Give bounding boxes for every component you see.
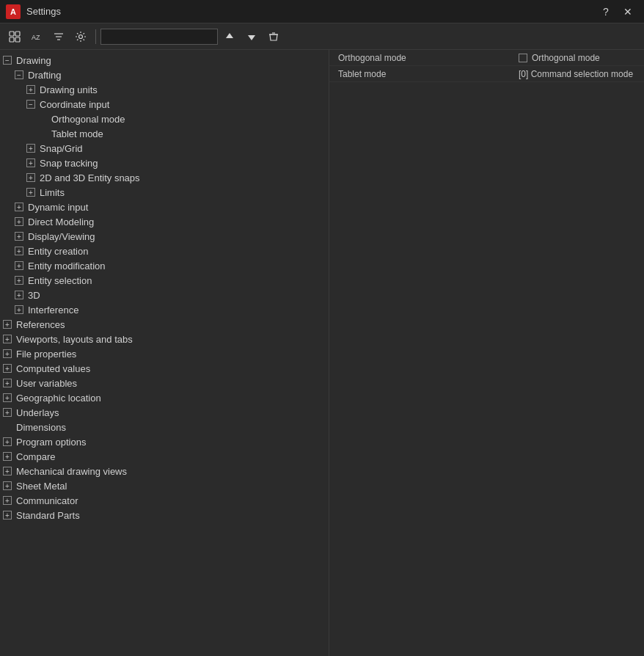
tree-item-label: Direct Modeling bbox=[28, 216, 94, 227]
tablet-label: [0] Command selection mode bbox=[519, 69, 633, 79]
search-input[interactable] bbox=[100, 29, 218, 45]
tree-item-drafting[interactable]: −Drafting bbox=[0, 68, 329, 82]
tree-item-program_options[interactable]: +Program options bbox=[0, 434, 329, 449]
expand-icon[interactable]: + bbox=[3, 452, 12, 461]
expand-icon[interactable]: + bbox=[3, 349, 12, 358]
right-panel: Orthogonal mode Orthogonal mode Tablet m… bbox=[329, 50, 644, 656]
expand-icon[interactable]: + bbox=[3, 364, 12, 373]
app-icon: A bbox=[6, 4, 21, 19]
tree-item-coord_input[interactable]: −Coordinate input bbox=[0, 97, 329, 112]
toolbar-grid-btn[interactable] bbox=[4, 27, 25, 46]
toolbar-down-btn[interactable] bbox=[241, 27, 262, 46]
tree-item-label: Drafting bbox=[28, 70, 62, 81]
tree-item-label: 3D bbox=[28, 290, 40, 301]
tree-item-entity_modification[interactable]: +Entity modification bbox=[0, 258, 329, 273]
tree-item-tablet_mode[interactable]: Tablet mode bbox=[0, 126, 329, 141]
expand-icon[interactable]: + bbox=[3, 393, 12, 402]
toolbar-filter-btn[interactable] bbox=[48, 27, 69, 46]
svg-marker-9 bbox=[226, 33, 233, 38]
tree-item-label: Underlays bbox=[16, 407, 59, 418]
tree-item-dimensions[interactable]: Dimensions bbox=[0, 420, 329, 434]
expand-icon[interactable]: + bbox=[15, 247, 23, 255]
tree-item-user_variables[interactable]: +User variables bbox=[0, 376, 329, 390]
tree-item-viewports_layouts[interactable]: +Viewports, layouts and tabs bbox=[0, 332, 329, 346]
toolbar-sort-btn[interactable]: AZ bbox=[26, 27, 47, 46]
expand-icon[interactable]: + bbox=[3, 496, 12, 505]
toolbar-up-btn[interactable] bbox=[219, 27, 240, 46]
tree-item-snap_grid[interactable]: +Snap/Grid bbox=[0, 141, 329, 156]
expand-icon[interactable]: + bbox=[3, 481, 12, 490]
tree-item-label: Compare bbox=[16, 451, 55, 462]
orthogonal-checkbox[interactable] bbox=[519, 54, 527, 62]
tree-item-label: Display/Viewing bbox=[28, 231, 95, 242]
tree-item-drawing_units[interactable]: +Drawing units bbox=[0, 82, 329, 97]
toolbar-settings-btn[interactable] bbox=[70, 27, 91, 46]
tree-item-sheet_metal[interactable]: +Sheet Metal bbox=[0, 478, 329, 493]
tree-item-label: Program options bbox=[16, 437, 86, 448]
expand-icon[interactable]: + bbox=[3, 511, 12, 520]
window-controls: ? ✕ bbox=[596, 3, 638, 21]
expand-icon[interactable]: + bbox=[3, 437, 12, 446]
tree-item-file_properties[interactable]: +File properties bbox=[0, 346, 329, 361]
tree-item-entity_snaps[interactable]: +2D and 3D Entity snaps bbox=[0, 170, 329, 185]
expand-icon[interactable]: + bbox=[26, 188, 35, 197]
expand-icon[interactable]: + bbox=[26, 85, 35, 94]
toolbar-clear-btn[interactable] bbox=[263, 27, 284, 46]
tree-item-display_viewing[interactable]: +Display/Viewing bbox=[0, 229, 329, 244]
settings-row-tablet: Tablet mode [0] Command selection mode bbox=[329, 66, 644, 82]
expand-icon[interactable]: + bbox=[26, 173, 35, 182]
tree-item-label: Computed values bbox=[16, 363, 90, 374]
tree-item-dynamic_input[interactable]: +Dynamic input bbox=[0, 200, 329, 214]
tree-item-label: Sheet Metal bbox=[16, 481, 67, 492]
expand-icon[interactable]: + bbox=[15, 291, 23, 299]
tree-item-compare[interactable]: +Compare bbox=[0, 449, 329, 464]
expand-icon[interactable]: + bbox=[3, 320, 12, 329]
tree-item-direct_modeling[interactable]: +Direct Modeling bbox=[0, 214, 329, 229]
tree-item-label: Entity selection bbox=[28, 275, 92, 286]
expand-icon[interactable]: + bbox=[3, 335, 12, 343]
expand-icon[interactable]: + bbox=[3, 467, 12, 475]
tree-item-interference[interactable]: +Interference bbox=[0, 302, 329, 317]
tree-item-limits[interactable]: +Limits bbox=[0, 185, 329, 200]
tree-item-label: Mechanical drawing views bbox=[16, 466, 127, 477]
settings-key-tablet: Tablet mode bbox=[335, 69, 519, 79]
expand-icon[interactable]: + bbox=[26, 144, 35, 153]
tree-item-label: Communicator bbox=[16, 495, 78, 506]
tree-item-references[interactable]: +References bbox=[0, 317, 329, 332]
tree-item-orthogonal_mode[interactable]: Orthogonal mode bbox=[0, 112, 329, 126]
collapse-icon[interactable]: − bbox=[15, 70, 23, 79]
tree-item-geographic_location[interactable]: +Geographic location bbox=[0, 390, 329, 405]
settings-key-orthogonal: Orthogonal mode bbox=[335, 53, 519, 63]
expand-icon[interactable]: + bbox=[15, 203, 23, 211]
tree-item-underlays[interactable]: +Underlays bbox=[0, 405, 329, 420]
svg-text:AZ: AZ bbox=[32, 34, 40, 41]
expand-icon[interactable]: + bbox=[15, 261, 23, 270]
tree-item-label: Entity creation bbox=[28, 246, 88, 257]
expand-icon[interactable]: + bbox=[26, 158, 35, 167]
collapse-icon[interactable]: − bbox=[26, 100, 35, 109]
tree-item-label: Orthogonal mode bbox=[51, 114, 125, 125]
tree-item-entity_creation[interactable]: +Entity creation bbox=[0, 244, 329, 258]
help-button[interactable]: ? bbox=[596, 3, 616, 21]
collapse-icon[interactable]: − bbox=[3, 56, 12, 65]
expand-icon[interactable]: + bbox=[3, 408, 12, 417]
expand-icon[interactable]: + bbox=[15, 217, 23, 226]
tree-item-communicator[interactable]: +Communicator bbox=[0, 493, 329, 508]
expand-icon[interactable]: + bbox=[15, 305, 23, 314]
tree-item-label: User variables bbox=[16, 378, 77, 389]
tree-item-label: Standard Parts bbox=[16, 510, 80, 521]
tree-item-computed_values[interactable]: +Computed values bbox=[0, 361, 329, 376]
close-button[interactable]: ✕ bbox=[618, 3, 638, 21]
tree-item-entity_selection[interactable]: +Entity selection bbox=[0, 273, 329, 288]
tree-item-label: Limits bbox=[40, 187, 65, 198]
expand-icon[interactable]: + bbox=[15, 232, 23, 241]
tree-item-mechanical_drawing[interactable]: +Mechanical drawing views bbox=[0, 464, 329, 478]
tree-item-drawing[interactable]: −Drawing bbox=[0, 53, 329, 68]
tree-panel[interactable]: −Drawing−Drafting+Drawing units−Coordina… bbox=[0, 50, 329, 656]
expand-icon[interactable]: + bbox=[3, 379, 12, 387]
expand-icon[interactable]: + bbox=[15, 276, 23, 285]
tree-item-snap_tracking[interactable]: +Snap tracking bbox=[0, 156, 329, 170]
tree-item-label: Geographic location bbox=[16, 393, 101, 404]
tree-item-3d[interactable]: +3D bbox=[0, 288, 329, 302]
tree-item-standard_parts[interactable]: +Standard Parts bbox=[0, 508, 329, 522]
